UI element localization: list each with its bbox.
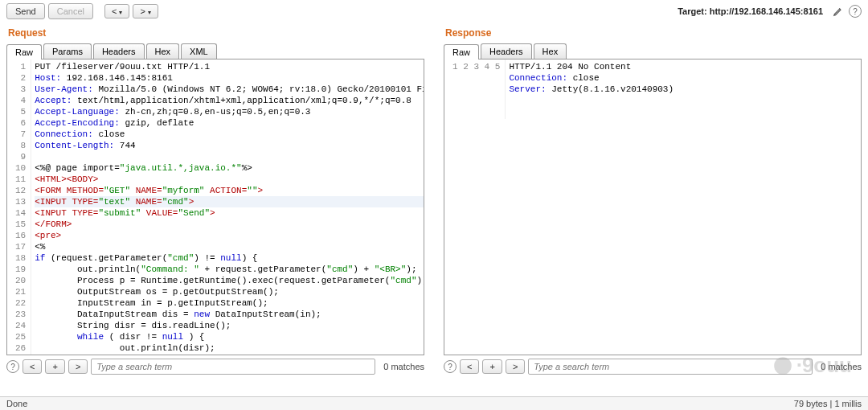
status-right: 79 bytes | 1 millis — [794, 399, 862, 408]
request-editor[interactable]: 1 2 3 4 5 6 7 8 9 10 11 12 13 14 15 16 1… — [6, 59, 424, 355]
response-search-input[interactable] — [528, 359, 813, 375]
request-title: Request — [6, 23, 424, 43]
top-toolbar: Send Cancel < ▾ > ▾ Target: http://192.1… — [0, 0, 868, 23]
status-bar: Done 79 bytes | 1 millis — [0, 396, 868, 410]
response-search-next-button[interactable]: > — [506, 359, 525, 374]
cancel-button[interactable]: Cancel — [48, 3, 93, 19]
request-search-add-button[interactable]: + — [45, 359, 64, 374]
response-tab-headers[interactable]: Headers — [481, 43, 532, 59]
response-tab-hex[interactable]: Hex — [534, 43, 567, 59]
vertical-splitter[interactable] — [431, 23, 437, 376]
request-panel: Request RawParamsHeadersHexXML 1 2 3 4 5… — [0, 23, 431, 376]
response-matches-label: 0 matches — [821, 362, 862, 371]
response-search-add-button[interactable]: + — [482, 359, 502, 374]
status-left: Done — [6, 399, 27, 408]
request-tabs: RawParamsHeadersHexXML — [6, 43, 424, 59]
request-search-next-button[interactable]: > — [68, 359, 88, 374]
request-tab-hex[interactable]: Hex — [146, 43, 180, 59]
help-icon[interactable]: ? — [849, 5, 862, 18]
request-search-help-icon[interactable]: ? — [6, 360, 19, 373]
request-search-prev-button[interactable]: < — [23, 359, 42, 374]
response-search-prev-button[interactable]: < — [460, 359, 479, 374]
request-tab-xml[interactable]: XML — [181, 43, 217, 59]
request-search-row: ? < + > 0 matches — [6, 355, 424, 376]
response-viewer[interactable]: 1 2 3 4 5 HTTP/1.1 204 No Content Connec… — [444, 59, 862, 355]
send-button[interactable]: Send — [6, 3, 45, 19]
request-tab-params[interactable]: Params — [43, 43, 92, 59]
response-search-help-icon[interactable]: ? — [444, 360, 457, 373]
request-tab-headers[interactable]: Headers — [93, 43, 145, 59]
edit-target-icon[interactable] — [831, 4, 845, 18]
history-prev-button[interactable]: < ▾ — [104, 4, 130, 18]
request-tab-raw[interactable]: Raw — [6, 44, 42, 59]
response-title: Response — [444, 23, 862, 43]
request-search-input[interactable] — [91, 359, 375, 375]
request-matches-label: 0 matches — [383, 362, 424, 371]
target-label: Target: http://192.168.146.145:8161 — [678, 6, 823, 16]
response-panel: Response RawHeadersHex 1 2 3 4 5 HTTP/1.… — [437, 23, 868, 376]
response-tabs: RawHeadersHex — [444, 43, 862, 59]
response-search-row: ? < + > 0 matches — [444, 355, 862, 376]
history-next-button[interactable]: > ▾ — [133, 4, 158, 18]
response-tab-raw[interactable]: Raw — [444, 44, 479, 59]
